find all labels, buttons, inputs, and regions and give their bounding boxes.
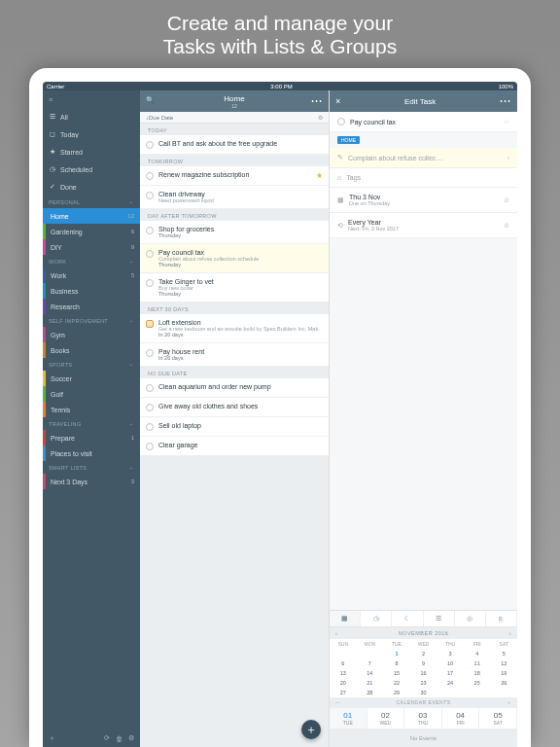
checkbox-icon[interactable] (146, 192, 154, 199)
due-date-row[interactable]: ▦ Thu 3 NovDue on Thursday ⊘ (330, 188, 517, 213)
sidebar-smart-item[interactable]: ☰All (43, 108, 140, 125)
sidebar-list-item[interactable]: Golf (43, 386, 140, 402)
sidebar-list-item[interactable]: Places to visit (43, 445, 140, 461)
star-icon[interactable]: ☆ (504, 118, 509, 125)
calendar-day[interactable]: 25 (464, 678, 491, 688)
calendar-day[interactable]: 13 (330, 668, 357, 678)
calendar-day[interactable]: 21 (357, 678, 384, 688)
next-month-icon[interactable]: › (509, 630, 511, 636)
sidebar-list-item[interactable]: Business (43, 283, 140, 299)
add-task-button[interactable]: ＋ (301, 720, 321, 739)
task-row[interactable]: Shop for groceriesThursday (140, 221, 329, 244)
calendar-day[interactable]: 22 (383, 678, 410, 688)
calendar-day[interactable]: 19 (490, 668, 517, 678)
calendar-day[interactable]: 24 (437, 678, 464, 688)
checkbox-icon[interactable] (146, 404, 154, 411)
event-day[interactable]: 03THU (404, 708, 442, 729)
task-row[interactable]: Pay house rentIn 26 days (140, 343, 329, 367)
calendar-day[interactable]: 6 (330, 658, 357, 668)
checkbox-icon[interactable] (146, 141, 154, 149)
sidebar-list-item[interactable]: Research (43, 299, 140, 314)
checkbox-icon[interactable] (146, 320, 154, 328)
calendar-day[interactable]: 12 (490, 658, 517, 668)
tab-list-icon[interactable]: ☰ (424, 611, 455, 626)
gear-icon[interactable]: ⚙ (318, 114, 323, 121)
checkbox-icon[interactable] (146, 349, 154, 357)
add-event-icon[interactable]: ＋ (507, 699, 512, 705)
sidebar-smart-item[interactable]: ◷Scheduled (43, 160, 140, 178)
sidebar-list-item[interactable]: Soccer (43, 371, 140, 386)
calendar-day[interactable] (330, 649, 357, 658)
task-row[interactable]: Renew magazine subscription ★ (140, 166, 329, 186)
event-day[interactable]: 05SAT (479, 708, 517, 729)
checkbox-icon[interactable] (146, 279, 154, 287)
menu-button[interactable]: ≡ (43, 90, 140, 108)
sidebar-list-item[interactable]: DIY9 (43, 239, 140, 255)
event-day[interactable]: 01TUE (330, 708, 368, 729)
star-icon[interactable]: ★ (316, 171, 323, 180)
more-icon[interactable]: ∘∘∘ (500, 98, 511, 104)
calendar-day[interactable]: 16 (410, 668, 438, 678)
checkbox-icon[interactable] (337, 118, 345, 125)
sidebar-list-item[interactable]: Home12 (43, 208, 140, 224)
calendar-day[interactable]: 29 (383, 688, 410, 697)
calendar-day[interactable]: 10 (437, 658, 464, 668)
task-row[interactable]: Sell old laptop (140, 417, 329, 437)
calendar-day[interactable]: 4 (464, 649, 491, 658)
calendar-day[interactable]: 30 (410, 688, 438, 697)
task-row[interactable]: Pay council taxComplain about refuse col… (140, 244, 329, 273)
calendar-day[interactable]: 5 (490, 649, 517, 658)
sidebar-list-item[interactable]: Prepare1 (43, 430, 140, 445)
settings-icon[interactable]: ⚙ (128, 734, 134, 742)
calendar-day[interactable]: 17 (437, 668, 464, 678)
add-icon[interactable]: ＋ (128, 318, 134, 325)
list-tag[interactable]: HOME (337, 136, 360, 144)
sort-bar[interactable]: ↓Due Date⚙ (140, 112, 329, 124)
add-icon[interactable]: ＋ (128, 259, 134, 266)
event-day[interactable]: 04FRI (442, 708, 480, 729)
add-list-button[interactable]: ＋ (49, 733, 55, 743)
add-icon[interactable]: ＋ (128, 362, 134, 369)
calendar-day[interactable]: 28 (357, 688, 384, 697)
search-icon[interactable]: 🔍 (146, 96, 155, 104)
tab-moon-icon[interactable]: ☾ (392, 611, 423, 626)
calendar-day[interactable]: 3 (437, 649, 464, 658)
calendar-day[interactable] (357, 649, 384, 658)
task-title-row[interactable]: Pay council tax ☆ (330, 112, 517, 132)
calendar-day[interactable] (437, 688, 464, 697)
add-icon[interactable]: ＋ (128, 199, 134, 206)
more-icon[interactable]: ∘∘∘ (311, 98, 323, 104)
checkbox-icon[interactable] (146, 423, 154, 431)
close-icon[interactable]: × (335, 96, 340, 106)
event-day[interactable]: 02WED (368, 708, 405, 729)
prev-month-icon[interactable]: ‹ (335, 630, 337, 636)
calendar-day[interactable]: 11 (464, 658, 491, 668)
calendar-day[interactable] (464, 688, 491, 697)
sidebar-list-item[interactable]: Books (43, 342, 140, 358)
clear-icon[interactable]: ⊘ (504, 222, 509, 230)
clear-icon[interactable]: ⊘ (504, 196, 509, 204)
sidebar-list-item[interactable]: Tennis (43, 402, 140, 417)
sidebar-list-item[interactable]: Next 3 Days3 (43, 474, 140, 489)
checkbox-icon[interactable] (146, 384, 154, 392)
trash-icon[interactable]: 🗑 (116, 735, 122, 742)
task-row[interactable]: Loft extensionGet a new bedroom and an e… (140, 314, 329, 343)
calendar-day[interactable]: 2 (410, 649, 438, 658)
calendar-day[interactable]: 27 (330, 688, 357, 697)
sidebar-smart-item[interactable]: ★Starred (43, 143, 140, 160)
calendar-day[interactable]: 7 (357, 658, 384, 668)
calendar-day[interactable] (490, 688, 517, 697)
dots-icon[interactable]: ⋯ (335, 699, 341, 705)
calendar-day[interactable]: 15 (383, 668, 410, 678)
checkbox-icon[interactable] (146, 172, 154, 180)
calendar-day[interactable]: 1 (383, 649, 410, 658)
checkbox-icon[interactable] (146, 227, 154, 234)
calendar-day[interactable]: 9 (410, 658, 438, 668)
task-row[interactable]: Take Ginger to vetBuy new collarThursday (140, 273, 329, 302)
note-row[interactable]: ✎ Complain about refuse collec… › (330, 148, 517, 168)
add-icon[interactable]: ＋ (128, 465, 134, 472)
checkbox-icon[interactable] (146, 443, 154, 450)
calendar-day[interactable]: 26 (490, 678, 517, 688)
task-row[interactable]: Give away old clothes and shoes (140, 398, 329, 417)
task-row[interactable]: Clean drivewayNeed powerwash liquid (140, 186, 329, 209)
